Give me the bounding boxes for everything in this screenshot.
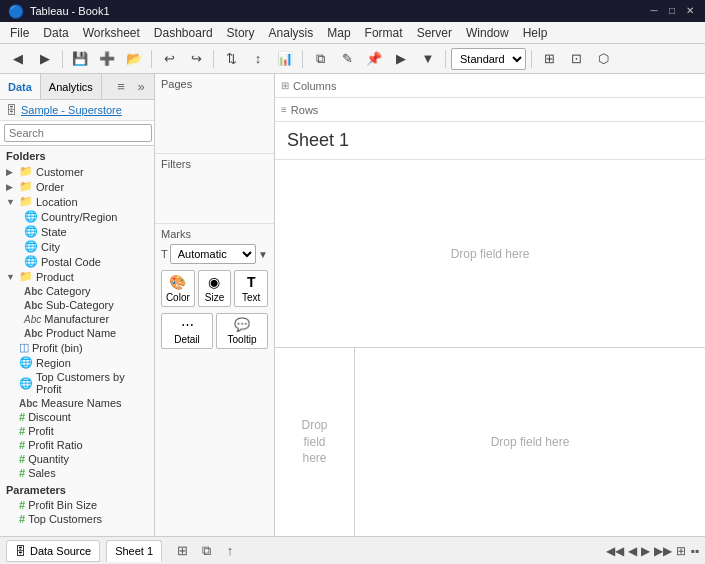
tooltip-button[interactable]: ▶ xyxy=(389,47,413,71)
main-layout: Data Analytics ≡ » 🗄 Sample - Superstore… xyxy=(0,74,705,536)
tab-data-source[interactable]: 🗄 Data Source xyxy=(6,540,100,562)
field-profit[interactable]: # Profit xyxy=(0,424,154,438)
view-bottom-right[interactable]: Drop field here xyxy=(355,348,705,536)
annotation-button[interactable]: 📌 xyxy=(362,47,386,71)
left-panel-tabs: Data Analytics ≡ » xyxy=(0,74,154,100)
field-region[interactable]: 🌐 Region xyxy=(0,355,154,370)
redo-button[interactable]: ↪ xyxy=(184,47,208,71)
grid-view-icon[interactable]: ⊞ xyxy=(676,544,686,558)
folder-customer[interactable]: ▶ 📁 Customer xyxy=(0,164,154,179)
folder-location[interactable]: ▼ 📁 Location xyxy=(0,194,154,209)
marks-detail-btn[interactable]: ⋯ Detail xyxy=(161,313,213,349)
arrow-icon: ▼ xyxy=(6,197,16,207)
menu-file[interactable]: File xyxy=(4,24,35,42)
measure-icon: # xyxy=(19,467,25,479)
nav-forward-icon[interactable]: ▶ xyxy=(641,544,650,558)
field-profit-bin[interactable]: ◫ Profit (bin) xyxy=(0,340,154,355)
open-button[interactable]: 📂 xyxy=(122,47,146,71)
folder-icon: 📁 xyxy=(19,195,33,208)
expand-icon[interactable]: » xyxy=(132,79,150,94)
back-button[interactable]: ◀ xyxy=(6,47,30,71)
share-button[interactable]: ⊡ xyxy=(564,47,588,71)
nav-prev-icon[interactable]: ◀◀ xyxy=(606,544,624,558)
menu-help[interactable]: Help xyxy=(517,24,554,42)
field-discount[interactable]: # Discount xyxy=(0,410,154,424)
filters-section: Filters xyxy=(155,154,274,224)
menu-analysis[interactable]: Analysis xyxy=(263,24,320,42)
field-city[interactable]: 🌐 City xyxy=(22,239,154,254)
forward-button[interactable]: ▶ xyxy=(33,47,57,71)
folders-label: Folders xyxy=(0,146,154,164)
maximize-button[interactable]: □ xyxy=(665,4,679,18)
field-category[interactable]: Abc Category xyxy=(22,284,154,298)
swap-button[interactable]: ⇅ xyxy=(219,47,243,71)
chart-button[interactable]: 📊 xyxy=(273,47,297,71)
field-quantity[interactable]: # Quantity xyxy=(0,452,154,466)
filter-button[interactable]: ⧉ xyxy=(308,47,332,71)
close-button[interactable]: ✕ xyxy=(683,4,697,18)
field-measure-names[interactable]: Abc Measure Names xyxy=(0,396,154,410)
view-bottom-left[interactable]: Dropfieldhere xyxy=(275,348,355,536)
param-top-customers[interactable]: # Top Customers xyxy=(0,512,154,526)
nav-next-icon[interactable]: ▶▶ xyxy=(654,544,672,558)
nav-back-icon[interactable]: ◀ xyxy=(628,544,637,558)
view-bottom: Dropfieldhere Drop field here xyxy=(275,348,705,536)
sort-asc-icon[interactable]: ↑ xyxy=(220,543,240,559)
menu-worksheet[interactable]: Worksheet xyxy=(77,24,146,42)
menu-map[interactable]: Map xyxy=(321,24,356,42)
menu-format[interactable]: Format xyxy=(359,24,409,42)
tab-sheet1[interactable]: Sheet 1 xyxy=(106,540,162,562)
menu-server[interactable]: Server xyxy=(411,24,458,42)
tab-analytics[interactable]: Analytics xyxy=(41,74,102,99)
marks-text-btn[interactable]: T Text xyxy=(234,270,268,307)
folder-product[interactable]: ▼ 📁 Product xyxy=(0,269,154,284)
standard-select[interactable]: Standard xyxy=(451,48,526,70)
menu-window[interactable]: Window xyxy=(460,24,515,42)
marks-buttons-row1: 🎨 Color ◉ Size T Text xyxy=(161,270,268,307)
field-state[interactable]: 🌐 State xyxy=(22,224,154,239)
duplicate-icon[interactable]: ⧉ xyxy=(196,543,216,559)
abc-icon: Abc xyxy=(24,328,43,339)
search-input[interactable] xyxy=(4,124,152,142)
film-icon[interactable]: ▪▪ xyxy=(690,544,699,558)
tab-data[interactable]: Data xyxy=(0,74,41,99)
menu-story[interactable]: Story xyxy=(221,24,261,42)
present-button[interactable]: ⊞ xyxy=(537,47,561,71)
drop-hint-left: Dropfieldhere xyxy=(301,417,327,467)
data-source-name[interactable]: Sample - Superstore xyxy=(21,104,122,116)
drop-hint-right: Drop field here xyxy=(491,435,570,449)
marks-size-btn[interactable]: ◉ Size xyxy=(198,270,232,307)
save-button[interactable]: 💾 xyxy=(68,47,92,71)
field-top-customers[interactable]: 🌐 Top Customers by Profit xyxy=(0,370,154,396)
field-country[interactable]: 🌐 Country/Region xyxy=(22,209,154,224)
toolbar-separator-3 xyxy=(213,50,214,68)
list-icon[interactable]: ≡ xyxy=(112,79,130,94)
undo-button[interactable]: ↩ xyxy=(157,47,181,71)
field-product-name[interactable]: Abc Product Name xyxy=(22,326,154,340)
field-postal-code[interactable]: 🌐 Postal Code xyxy=(22,254,154,269)
sort-button[interactable]: ↕ xyxy=(246,47,270,71)
new-datasource-button[interactable]: ➕ xyxy=(95,47,119,71)
menu-dashboard[interactable]: Dashboard xyxy=(148,24,219,42)
marks-type-select[interactable]: Automatic xyxy=(170,244,256,264)
add-sheet-icon[interactable]: ⊞ xyxy=(172,543,192,559)
window-controls[interactable]: ─ □ ✕ xyxy=(647,4,697,18)
marks-color-btn[interactable]: 🎨 Color xyxy=(161,270,195,307)
menu-data[interactable]: Data xyxy=(37,24,74,42)
text-label: Text xyxy=(242,292,260,303)
minimize-button[interactable]: ─ xyxy=(647,4,661,18)
field-manufacturer[interactable]: Abc Manufacturer xyxy=(22,312,154,326)
tooltip-label: Tooltip xyxy=(228,334,257,345)
field-sales[interactable]: # Sales xyxy=(0,466,154,480)
fix-button[interactable]: ▼ xyxy=(416,47,440,71)
param-profit-bin-size[interactable]: # Profit Bin Size xyxy=(0,498,154,512)
field-profit-ratio[interactable]: # Profit Ratio xyxy=(0,438,154,452)
field-subcategory[interactable]: Abc Sub-Category xyxy=(22,298,154,312)
folder-order[interactable]: ▶ 📁 Order xyxy=(0,179,154,194)
measure-icon: # xyxy=(19,439,25,451)
view-top[interactable]: Drop field here xyxy=(275,160,705,348)
marks-tooltip-btn[interactable]: 💬 Tooltip xyxy=(216,313,268,349)
highlight-button[interactable]: ✎ xyxy=(335,47,359,71)
publish-button[interactable]: ⬡ xyxy=(591,47,615,71)
columns-icon: ⊞ xyxy=(281,80,289,91)
